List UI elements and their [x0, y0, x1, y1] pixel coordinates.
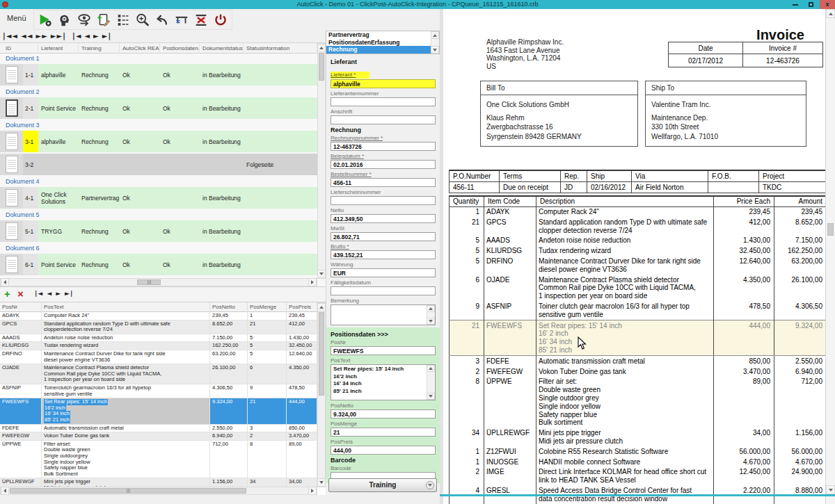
- textarea-scrollbar[interactable]: [427, 365, 435, 400]
- field-input[interactable]: alphaville: [331, 79, 436, 88]
- document-thumbnail[interactable]: [0, 254, 23, 275]
- field-input[interactable]: 26.802,71: [331, 232, 436, 241]
- field-input[interactable]: 12-463726: [331, 142, 436, 151]
- table-row[interactable]: 3-2Folgeseite: [0, 154, 317, 177]
- document-thumbnail[interactable]: [0, 97, 23, 119]
- field-input[interactable]: 21: [331, 428, 436, 437]
- watch-icon[interactable]: [74, 10, 94, 29]
- column-header[interactable]: PosPreis: [287, 302, 317, 312]
- scroll-up-icon[interactable]: [317, 303, 326, 311]
- power-icon[interactable]: [211, 10, 230, 29]
- type-list-item[interactable]: Partnervertrag: [326, 31, 431, 39]
- edit-document-icon[interactable]: [94, 10, 113, 29]
- list-checkboxes-icon[interactable]: [113, 10, 133, 29]
- document-thumbnail[interactable]: [0, 64, 23, 86]
- positions-grid-vscrollbar[interactable]: [317, 302, 326, 487]
- nav-arrow-button[interactable]: ◄: [84, 32, 90, 40]
- scroll-down-icon[interactable]: [317, 270, 326, 278]
- field-input[interactable]: [331, 286, 436, 295]
- maximize-button[interactable]: [803, 0, 818, 9]
- training-button[interactable]: Training: [328, 478, 437, 492]
- invoice-vscrollbar[interactable]: [825, 9, 835, 504]
- scroll-down-icon[interactable]: [317, 478, 326, 487]
- scroll-right-icon[interactable]: [308, 487, 317, 495]
- document-nav-buttons[interactable]: |◄◄◄◄►►►►|: [3, 32, 69, 40]
- scroll-left-icon[interactable]: [1, 278, 9, 286]
- document-thumbnail[interactable]: [0, 220, 23, 242]
- table-row[interactable]: GPCSStandard application random Type D w…: [0, 320, 317, 334]
- document-thumbnail[interactable]: [0, 187, 23, 209]
- type-list-item[interactable]: PositionsdatenErfassung: [326, 39, 431, 47]
- scroll-down-icon[interactable]: [431, 46, 439, 54]
- positions-nav-buttons[interactable]: |◄◄►►|: [35, 290, 77, 297]
- nav-arrow-button[interactable]: |◄: [72, 32, 81, 40]
- column-header[interactable]: PosMenge: [248, 302, 287, 312]
- nav-arrow-button[interactable]: ►►|: [51, 32, 66, 40]
- document-thumbnail[interactable]: [0, 154, 23, 175]
- nav-arrow-button[interactable]: ◄: [47, 290, 52, 297]
- field-input[interactable]: FWEEWFS: [331, 346, 436, 355]
- scroll-up-icon[interactable]: [427, 365, 435, 372]
- table-row[interactable]: AAADSAndeton roise noise reduction7.150,…: [0, 334, 317, 343]
- textarea-scrollbar[interactable]: [427, 305, 435, 325]
- delete-row-button[interactable]: ×: [17, 288, 24, 300]
- positions-grid-hscrollbar[interactable]: [0, 487, 317, 495]
- column-header[interactable]: Statusinformation: [244, 43, 317, 54]
- field-input[interactable]: [331, 115, 436, 124]
- scroll-up-icon[interactable]: [826, 9, 835, 18]
- nav-arrow-button[interactable]: |◄◄: [3, 32, 18, 40]
- document-grid-vscrollbar[interactable]: [317, 43, 326, 279]
- table-row[interactable]: ADAYKComputer Rack 24"239,451239,45: [0, 312, 317, 320]
- table-row[interactable]: ÜPPWEFilter airset:Double waste greenSin…: [0, 441, 317, 479]
- field-input[interactable]: 02.01.2016: [331, 160, 436, 169]
- column-header[interactable]: ID: [3, 43, 38, 54]
- type-list-item[interactable]: Rechnung: [326, 46, 431, 54]
- field-input[interactable]: EUR: [331, 268, 436, 277]
- chevron-down-icon[interactable]: [426, 481, 434, 489]
- scroll-down-icon[interactable]: [427, 318, 435, 325]
- column-header[interactable]: PosNetto: [210, 302, 248, 312]
- undo-icon[interactable]: [152, 10, 172, 29]
- column-header[interactable]: PosText: [42, 302, 210, 312]
- column-header[interactable]: Training: [79, 43, 120, 54]
- nav-arrow-button[interactable]: ►: [56, 290, 61, 297]
- column-header[interactable]: AutoClick REA...: [120, 43, 160, 54]
- table-row[interactable]: 3-1alphavilleRechnungOkOkin Bearbeitung: [0, 131, 317, 154]
- field-input[interactable]: 439.152,21: [331, 250, 436, 259]
- field-input[interactable]: 412.349,50: [331, 214, 436, 223]
- scroll-up-icon[interactable]: [427, 305, 435, 312]
- document-grid-hscrollbar[interactable]: [0, 278, 317, 286]
- table-row[interactable]: DRFINOMaintenance Contract Durver Dike f…: [0, 350, 317, 364]
- scroll-up-icon[interactable]: [431, 31, 439, 39]
- column-header[interactable]: Postionsdaten...: [160, 43, 200, 54]
- clear-filter-icon[interactable]: [191, 10, 211, 29]
- scroll-left-icon[interactable]: [1, 487, 9, 495]
- nav-arrow-button[interactable]: ►|: [65, 290, 73, 297]
- scroll-down-icon[interactable]: [427, 393, 435, 400]
- field-textarea[interactable]: [331, 304, 436, 325]
- document-thumbnail[interactable]: [0, 131, 23, 152]
- scroll-down-icon[interactable]: [826, 485, 835, 494]
- column-header[interactable]: Dokumentstatus: [200, 43, 244, 54]
- column-header[interactable]: PosNr: [0, 302, 42, 312]
- nav-arrow-button[interactable]: |◄: [35, 290, 43, 297]
- workbench-icon[interactable]: [172, 10, 191, 29]
- table-row[interactable]: 5-1TRYGGRechnungOkOkin Bearbeitung: [0, 220, 317, 243]
- table-row[interactable]: 6-1Point ServiceRechnungOkOkin Bearbeitu…: [0, 254, 317, 277]
- table-row[interactable]: OJADEMaintenance Contract Plasma shield …: [0, 364, 317, 384]
- table-row[interactable]: 2-1Point ServiceRechnungOkOkin Bearbeitu…: [0, 97, 317, 120]
- field-input[interactable]: [331, 97, 436, 106]
- row-nav-buttons[interactable]: |◄◄►►|: [72, 32, 114, 40]
- field-input[interactable]: 9.324,00: [331, 409, 436, 418]
- table-row[interactable]: KLIURDSGTudax rendering wizard162.250,00…: [0, 342, 317, 350]
- field-textarea[interactable]: Set Rear pipes: 15' 14 inch16'2 inch16' …: [331, 364, 436, 400]
- type-list-scrollbar[interactable]: [431, 31, 439, 54]
- table-row[interactable]: 1-1alphavilleRechnungOkOkin Bearbeitung: [0, 64, 317, 87]
- scroll-up-icon[interactable]: [317, 44, 326, 52]
- nav-arrow-button[interactable]: ►|: [102, 32, 111, 40]
- nav-arrow-button[interactable]: ►: [93, 32, 100, 40]
- nav-arrow-button[interactable]: ◄◄: [21, 32, 33, 40]
- nav-arrow-button[interactable]: ►►: [35, 32, 47, 40]
- training-brain-icon[interactable]: [55, 10, 74, 29]
- table-row[interactable]: FDEFEAutomatic transmission craft metal2…: [0, 425, 317, 433]
